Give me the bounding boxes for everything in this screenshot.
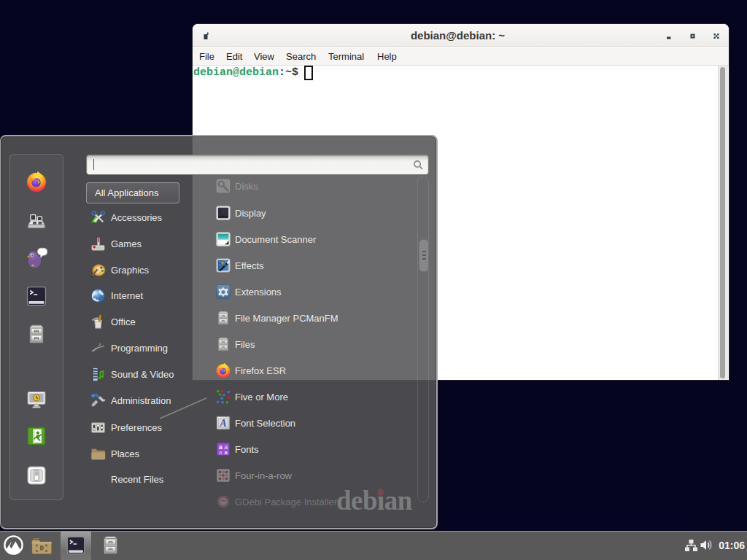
svg-text:A: A xyxy=(219,418,226,429)
